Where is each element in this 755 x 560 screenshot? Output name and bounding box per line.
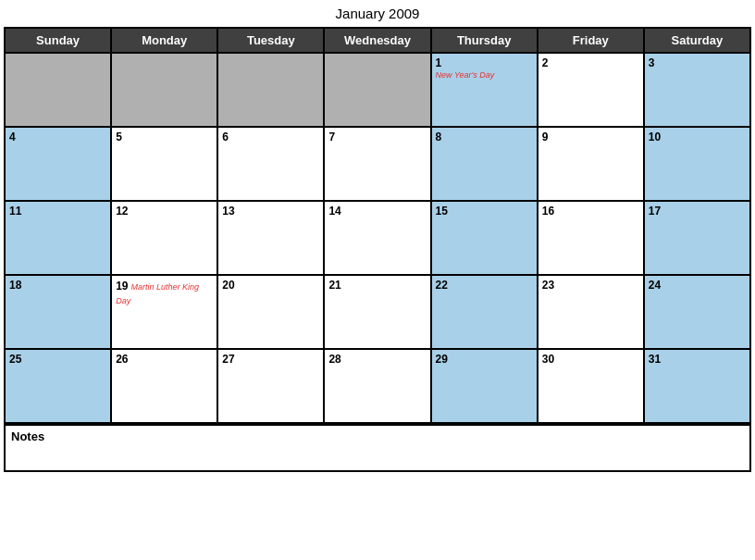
day-cell-28: 28 bbox=[324, 349, 430, 423]
day-header-saturday: Saturday bbox=[644, 28, 750, 53]
day-number: 5 bbox=[116, 131, 213, 143]
day-number: 16 bbox=[542, 205, 639, 218]
notes-section: Notes bbox=[4, 424, 751, 472]
day-number: 19 bbox=[116, 280, 128, 292]
day-number: 4 bbox=[9, 131, 106, 143]
day-number: 1 bbox=[436, 56, 533, 69]
day-cell-16: 16 bbox=[538, 201, 644, 275]
day-header-monday: Monday bbox=[111, 28, 217, 53]
day-cell-8: 8 bbox=[431, 127, 538, 201]
day-cell-2: 2 bbox=[538, 53, 644, 127]
day-number: 25 bbox=[9, 353, 106, 366]
day-cell-23: 23 bbox=[538, 275, 644, 349]
week-row-0: 1New Year's Day23 bbox=[5, 53, 750, 127]
day-number: 15 bbox=[436, 205, 533, 218]
day-cell-25: 25 bbox=[5, 349, 111, 423]
week-row-4: 25262728293031 bbox=[5, 349, 750, 423]
day-number: 29 bbox=[436, 353, 533, 366]
week-row-3: 1819Martin Luther King Day2021222324 bbox=[5, 275, 750, 349]
day-cell-18: 18 bbox=[5, 275, 111, 349]
day-cell-1: 1New Year's Day bbox=[431, 53, 538, 127]
day-number: 27 bbox=[222, 353, 319, 366]
day-cell-4: 4 bbox=[5, 127, 111, 201]
day-cell-12: 12 bbox=[111, 201, 217, 275]
calendar-title: January 2009 bbox=[4, 6, 751, 21]
day-cell-10: 10 bbox=[644, 127, 750, 201]
day-number: 8 bbox=[436, 131, 533, 143]
day-number: 23 bbox=[542, 279, 639, 292]
day-cell-21: 21 bbox=[324, 275, 430, 349]
day-cell-26: 26 bbox=[111, 349, 217, 423]
day-cell-3: 3 bbox=[644, 53, 750, 127]
day-cell-empty-1 bbox=[111, 53, 217, 127]
day-number: 2 bbox=[542, 56, 639, 69]
day-cell-20: 20 bbox=[217, 275, 324, 349]
week-row-1: 45678910 bbox=[5, 127, 750, 201]
notes-label: Notes bbox=[11, 429, 44, 443]
day-cell-14: 14 bbox=[324, 201, 430, 275]
day-number: 17 bbox=[649, 205, 746, 218]
day-number: 31 bbox=[649, 353, 746, 366]
day-cell-7: 7 bbox=[324, 127, 430, 201]
day-number: 12 bbox=[116, 205, 213, 218]
day-number: 3 bbox=[649, 56, 746, 69]
day-number: 18 bbox=[9, 279, 106, 292]
day-header-sunday: Sunday bbox=[5, 28, 111, 53]
day-number: 13 bbox=[222, 205, 319, 218]
day-number: 20 bbox=[222, 279, 319, 292]
day-cell-13: 13 bbox=[217, 201, 324, 275]
day-header-tuesday: Tuesday bbox=[217, 28, 324, 53]
day-cell-24: 24 bbox=[644, 275, 750, 349]
day-number: 9 bbox=[542, 131, 639, 143]
day-number: 21 bbox=[328, 279, 426, 292]
day-cell-empty-0 bbox=[5, 53, 111, 127]
holiday-label: New Year's Day bbox=[436, 70, 533, 80]
day-cell-22: 22 bbox=[431, 275, 538, 349]
day-cell-31: 31 bbox=[644, 349, 750, 423]
day-headers-row: SundayMondayTuesdayWednesdayThursdayFrid… bbox=[5, 28, 750, 53]
day-number: 26 bbox=[116, 353, 213, 366]
day-cell-17: 17 bbox=[644, 201, 750, 275]
day-header-wednesday: Wednesday bbox=[324, 28, 430, 53]
day-number: 22 bbox=[436, 279, 533, 292]
day-cell-27: 27 bbox=[217, 349, 324, 423]
day-number: 28 bbox=[328, 353, 426, 366]
day-number: 6 bbox=[222, 131, 319, 143]
day-header-thursday: Thursday bbox=[431, 28, 538, 53]
calendar-table: SundayMondayTuesdayWednesdayThursdayFrid… bbox=[4, 27, 751, 424]
day-cell-19: 19Martin Luther King Day bbox=[111, 275, 217, 349]
day-cell-11: 11 bbox=[5, 201, 111, 275]
day-number: 11 bbox=[9, 205, 106, 218]
calendar-wrapper: January 2009 SundayMondayTuesdayWednesda… bbox=[0, 0, 755, 476]
day-cell-15: 15 bbox=[431, 201, 538, 275]
day-number: 30 bbox=[542, 353, 639, 366]
day-cell-6: 6 bbox=[217, 127, 324, 201]
day-header-friday: Friday bbox=[538, 28, 644, 53]
day-cell-empty-3 bbox=[324, 53, 430, 127]
day-number: 10 bbox=[649, 131, 746, 143]
day-cell-29: 29 bbox=[431, 349, 538, 423]
week-row-2: 11121314151617 bbox=[5, 201, 750, 275]
day-cell-9: 9 bbox=[538, 127, 644, 201]
day-cell-empty-2 bbox=[217, 53, 324, 127]
day-cell-30: 30 bbox=[538, 349, 644, 423]
day-number: 14 bbox=[328, 205, 426, 218]
day-number: 7 bbox=[328, 131, 426, 143]
day-number: 24 bbox=[649, 279, 746, 292]
day-cell-5: 5 bbox=[111, 127, 217, 201]
